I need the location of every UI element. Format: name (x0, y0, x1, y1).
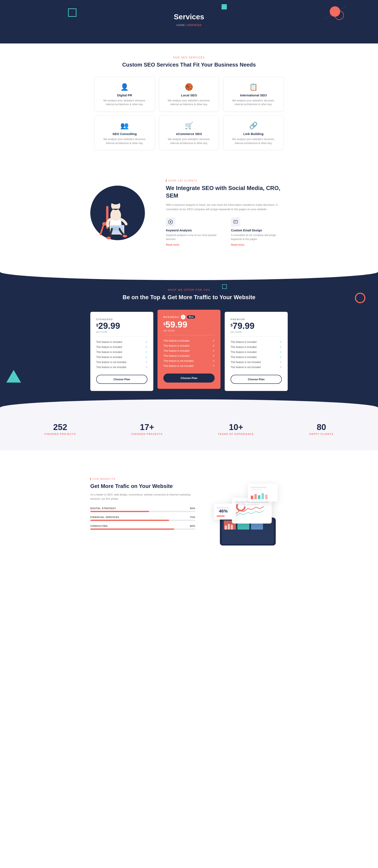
progress-label-0: DIGITAL STRATEGY 56% (90, 507, 195, 509)
integrate-desc: With a keyword analysis in hand, we now … (166, 203, 288, 211)
price-dollar-premium: $ (230, 323, 233, 328)
deco-teal-sq (222, 284, 227, 289)
stat-number-0: 252 (44, 423, 76, 432)
feature-check-business-2: ✓ (213, 349, 215, 352)
svg-point-13 (123, 235, 127, 238)
feature-check-business-3: ✓ (213, 354, 215, 358)
svg-rect-42 (262, 493, 264, 499)
progress-fill-2 (90, 528, 174, 530)
price-dollar-business: $ (163, 322, 165, 326)
feature-check-standard-5: ✕ (145, 366, 148, 369)
service-icon-3: 👥 (99, 122, 150, 129)
progress-item-1: FINANCIAL SERVICES 75% (90, 516, 195, 521)
feature-check-premium-5: ✕ (280, 366, 282, 369)
feature-list-premium: This feature is included ✓ This feature … (230, 340, 282, 370)
feat-icon-1 (231, 217, 240, 226)
plan-name-business: BUSINESS (163, 316, 179, 318)
person-svg (97, 191, 138, 240)
svg-rect-35 (217, 516, 225, 517)
feature-check-standard-2: ✓ (145, 351, 148, 353)
service-icon-5: 🔗 (228, 122, 279, 129)
pricing-title: Be on the Top & Get More Traffic to Your… (12, 293, 366, 301)
stat-item-1: 17+ FINISHED PROJECTS (131, 423, 163, 436)
plan-divider-premium (230, 336, 282, 337)
feature-check-premium-2: ✓ (280, 351, 282, 353)
price-row-standard: $29.99 per month (96, 321, 148, 334)
pricing-card-business: BUSINESS ✓ Best $59.99 per month This fe… (157, 310, 220, 389)
breadcrumb-current: SERVICES (187, 24, 202, 27)
progress-track-2 (90, 528, 195, 530)
benefits-desc: As a leader in SEO, web design, ecommerc… (90, 493, 195, 501)
progress-label-1: FINANCIAL SERVICES 75% (90, 516, 195, 518)
service-name-1: Local SEO (163, 93, 215, 97)
service-icon-1: 🏀 (163, 83, 215, 91)
svg-rect-38 (251, 489, 262, 490)
service-desc-3: We analyze your website's structure, int… (99, 137, 150, 145)
price-amount-standard: 29.99 (98, 321, 120, 331)
over-label: OVER 150 CLIENTS (166, 179, 288, 182)
deco-triangle (6, 370, 21, 382)
feature-item-premium-4: This feature is not included ✕ (230, 360, 282, 365)
benefits-illustration: 46% (208, 478, 288, 549)
svg-text:46%: 46% (219, 509, 228, 514)
feature-item-standard-1: This feature is included ✓ (96, 345, 148, 350)
feature-item-standard-4: This feature is not included ✕ (96, 360, 148, 365)
plan-divider-standard (96, 336, 148, 337)
plan-badge-standard: STANDARD (96, 318, 148, 321)
price-period-standard: per month (96, 331, 148, 334)
progress-fill-1 (90, 520, 169, 521)
service-desc-5: We analyze your website's structure, int… (228, 137, 279, 145)
svg-rect-9 (112, 227, 120, 227)
feature-item-business-3: This feature is included ✓ (163, 353, 215, 359)
feature-check-business-5: ✕ (213, 365, 215, 367)
service-name-0: Digital PR (99, 93, 150, 97)
seo-title: Custom SEO Services That Fit Your Busine… (17, 61, 361, 68)
feature-check-premium-3: ✓ (280, 356, 282, 359)
feature-item-standard-3: This feature is included ✓ (96, 354, 148, 360)
stat-number-1: 17+ (131, 423, 163, 432)
service-desc-1: We analyze your website's structure, int… (163, 99, 215, 106)
pricing-what-label: WHAT WE OFFER FOR YOU (12, 288, 366, 291)
breadcrumb: HOME / SERVICES (4, 24, 374, 27)
svg-rect-40 (254, 494, 257, 499)
feat-desc-0: Keyword analysis is one of our most popu… (166, 233, 223, 241)
service-desc-0: We analyze your website's structure, int… (99, 99, 150, 106)
feature-item-standard-0: This feature is included ✓ (96, 340, 148, 345)
stat-item-3: 80 HAPPY CLIENTS (309, 423, 334, 436)
feat-readmore-0[interactable]: Read more (166, 243, 179, 246)
plan-name-standard: STANDARD (96, 318, 113, 321)
integrate-title: We Integrate SEO with Social Media, CRO,… (166, 184, 288, 199)
svg-point-6 (111, 199, 120, 204)
service-desc-4: We analyze your website's structure, int… (163, 137, 215, 145)
svg-rect-37 (251, 487, 267, 488)
choose-plan-btn-standard[interactable]: Choose Plan (96, 375, 148, 384)
feature-item-premium-1: This feature is included ✓ (230, 345, 282, 350)
progress-track-1 (90, 520, 195, 521)
feature-check-premium-0: ✓ (280, 341, 282, 343)
feature-item-0: Keyword Analysis Keyword analysis is one… (166, 217, 223, 247)
hero-header: Services HOME / SERVICES (0, 0, 378, 43)
pricing-card-standard: STANDARD $29.99 per month This feature i… (90, 312, 153, 391)
service-card-5: 🔗 Link Building We analyze your website'… (223, 116, 284, 150)
benefits-section: OUR BENEFITS Get More Trafic on Your Web… (73, 463, 305, 561)
service-card-2: 📋 International SEO We analyze your webs… (223, 77, 284, 111)
services-grid: 👤 Digital PR We analyze your website's s… (94, 77, 284, 150)
progress-track-0 (90, 511, 195, 512)
feat-icon-0 (166, 217, 175, 226)
integrate-section: OVER 150 CLIENTS We Integrate SEO with S… (73, 167, 305, 259)
feat-desc-1: A consultant at our company will assign … (231, 233, 288, 241)
integrate-illustration (90, 186, 153, 240)
breadcrumb-home[interactable]: HOME (177, 24, 185, 27)
choose-plan-btn-premium[interactable]: Choose Plan (230, 375, 282, 384)
benefits-title: Get More Trafic on Your Website (90, 483, 195, 490)
pricing-cards: STANDARD $29.99 per month This feature i… (89, 312, 289, 391)
feat-readmore-1[interactable]: Read more (231, 243, 245, 246)
svg-rect-43 (265, 495, 267, 499)
service-card-4: 🛒 eCommerce SEO We analyze your website'… (159, 116, 219, 150)
stats-section: 252 FINISHED PROJECTS 17+ FINISHED PROJE… (0, 408, 378, 451)
choose-plan-btn-business[interactable]: Choose Plan (163, 374, 215, 382)
price-row-premium: $79.99 per month (230, 321, 282, 334)
svg-point-15 (170, 221, 171, 223)
feature-check-business-4: ✕ (213, 360, 215, 363)
progress-label-2: CONSULTING 80% (90, 525, 195, 527)
